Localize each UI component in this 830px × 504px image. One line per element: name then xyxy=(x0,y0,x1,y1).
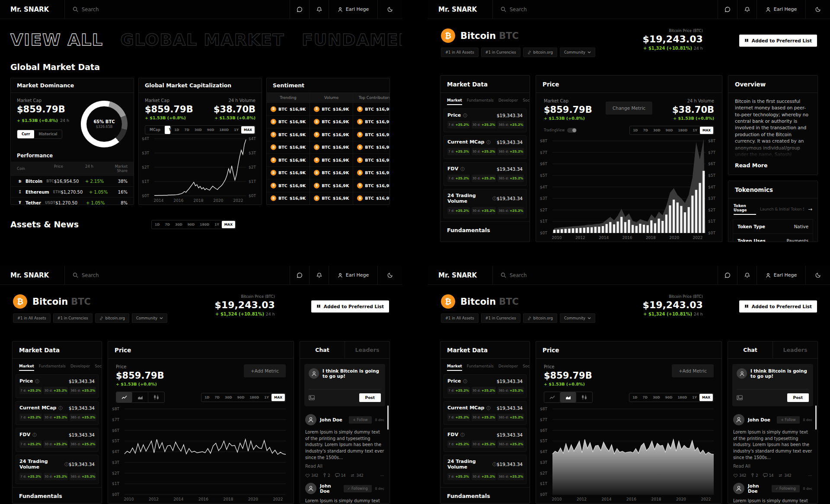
sentiment-row[interactable]: ₿BTC$16,9K xyxy=(310,166,353,179)
info-icon[interactable] xyxy=(460,167,465,171)
app-logo[interactable]: Mr. SNARK xyxy=(428,0,493,19)
range-button[interactable]: 30D xyxy=(172,221,185,228)
search-bar[interactable] xyxy=(493,266,718,284)
read-more-link[interactable]: Read More xyxy=(728,158,817,175)
info-icon[interactable] xyxy=(35,379,39,383)
messages-button[interactable] xyxy=(290,266,309,284)
range-button[interactable]: MAX xyxy=(271,394,285,401)
sentiment-row[interactable]: ₿BTC$16,9K xyxy=(353,141,390,154)
market-data-tab[interactable]: Fundamentals xyxy=(467,98,494,105)
market-data-tab[interactable]: Fundamentals xyxy=(467,364,494,371)
compose-box[interactable]: I think Bitcoin is going to go up! Post xyxy=(732,364,813,406)
toggle-volume[interactable]: Volume xyxy=(165,126,171,134)
tab-launch-token-sales[interactable]: Launch & Initial Token Sales xyxy=(760,207,804,211)
sentiment-row[interactable]: ₿BTC$16,9K xyxy=(310,192,353,205)
range-button[interactable]: 1D xyxy=(172,126,182,134)
range-button[interactable]: 1D xyxy=(152,221,162,228)
search-input[interactable] xyxy=(510,272,648,278)
follow-button[interactable]: + Follow xyxy=(349,416,371,424)
app-logo[interactable]: Mr. SNARK xyxy=(0,0,65,19)
price-line-chart[interactable]: $8T$7T$6T$5T$4T$3T$2T$1T$0T2010201220142… xyxy=(111,406,291,504)
market-data-tab[interactable]: Market xyxy=(447,98,462,105)
read-all-link[interactable]: Read All xyxy=(305,464,384,469)
price-area-chart[interactable]: $8T$7T$6T$5T$4T$3T$2T$1T$0T2010201220142… xyxy=(539,406,719,504)
range-button[interactable]: MAX xyxy=(699,394,713,401)
sentiment-row[interactable]: ₿BTC$16,9K xyxy=(267,102,310,115)
community-dropdown[interactable]: Community xyxy=(132,313,167,323)
range-button[interactable]: 7D xyxy=(212,394,222,401)
sentiment-row[interactable]: ₿BTC$16,9K xyxy=(353,102,390,115)
sentiment-row[interactable]: ₿BTC$16,9K xyxy=(353,166,390,179)
toggle-mcap[interactable]: MCap xyxy=(145,126,165,134)
notifications-button[interactable] xyxy=(737,266,757,284)
search-input[interactable] xyxy=(82,272,220,278)
messages-button[interactable] xyxy=(290,0,309,19)
candle-chart-type-button[interactable] xyxy=(576,392,592,402)
read-all-link[interactable]: Read All xyxy=(733,464,812,469)
price-bar-chart[interactable]: $8T$8T$7T$7T$6T$6T$5T$5T$4T$4T$3T$3T$2T$… xyxy=(539,138,719,242)
sentiment-row[interactable]: ₿BTC$16,9K xyxy=(310,102,353,115)
range-button[interactable]: MAX xyxy=(241,126,255,134)
sentiment-row[interactable]: ₿BTC$16,9K xyxy=(267,192,310,205)
follow-button[interactable]: + Follow xyxy=(777,416,799,424)
range-button[interactable]: 30D xyxy=(651,127,663,134)
user-menu[interactable]: Earl Hege xyxy=(329,0,377,19)
sentiment-row[interactable]: ₿BTC$16,9K xyxy=(267,141,310,154)
sentiment-row[interactable]: ₿BTC$16,9K xyxy=(267,153,310,166)
theme-toggle[interactable] xyxy=(377,0,402,19)
compose-input[interactable]: I think Bitcoin is going to go up! xyxy=(750,368,809,379)
info-icon[interactable] xyxy=(58,406,63,410)
post-button[interactable]: Post xyxy=(787,393,809,402)
info-icon[interactable] xyxy=(463,379,467,383)
notifications-button[interactable] xyxy=(737,0,757,19)
range-button[interactable]: 180D xyxy=(217,126,231,134)
image-attach-icon[interactable] xyxy=(737,395,743,400)
candle-chart-type-button[interactable] xyxy=(148,392,164,402)
tab-chat[interactable]: Chat xyxy=(300,341,345,358)
preferred-list-button[interactable]: Added to Preferred List xyxy=(739,300,817,313)
theme-toggle[interactable] xyxy=(805,266,830,284)
compose-box[interactable]: I think Bitcoin is going to go up! Post xyxy=(304,364,385,406)
search-input[interactable] xyxy=(510,6,648,13)
arrow-right-icon[interactable]: → xyxy=(808,206,812,212)
range-button[interactable]: MAX xyxy=(222,221,235,228)
change-metric-button[interactable]: Change Metric xyxy=(606,102,652,115)
notifications-button[interactable] xyxy=(309,0,329,19)
user-menu[interactable]: Earl Hege xyxy=(757,266,805,284)
tradingview-toggle[interactable]: TradingView xyxy=(544,128,577,133)
search-bar[interactable] xyxy=(65,0,290,19)
range-button[interactable]: 180D xyxy=(675,127,690,134)
follow-button[interactable]: ✓ Following xyxy=(772,485,800,492)
compose-input[interactable]: I think Bitcoin is going to go up! xyxy=(322,368,381,379)
toggle-historical[interactable]: Historical xyxy=(34,130,61,138)
add-metric-button[interactable]: +Add Metric xyxy=(244,364,286,377)
table-row[interactable]: ΞEthereumETH $1,270.50 + 1.05% 16% xyxy=(11,186,134,197)
sentiment-row[interactable]: ₿BTC$16,9K xyxy=(267,128,310,141)
sentiment-row[interactable]: ₿BTC$16,9K xyxy=(353,115,390,128)
post-author[interactable]: John Doe xyxy=(320,417,342,422)
post-button[interactable]: Post xyxy=(359,393,381,402)
range-button[interactable]: 30D xyxy=(650,394,663,401)
market-data-tab[interactable]: Market xyxy=(447,364,462,371)
range-button[interactable]: 180D xyxy=(197,221,212,228)
range-button[interactable]: 7D xyxy=(640,394,650,401)
share-button[interactable]: 342 xyxy=(778,473,791,478)
sentiment-row[interactable]: ₿BTC$16,9K xyxy=(267,115,310,128)
theme-toggle[interactable] xyxy=(805,0,830,19)
comments-button[interactable]: 14 xyxy=(763,473,774,478)
tab-leaders[interactable]: Leaders xyxy=(773,341,817,358)
market-cap-line-chart[interactable]: $4T$4T$3T$3T$2T$2T$1T$1T$0T$0T2014201620… xyxy=(140,136,260,204)
community-dropdown[interactable]: Community xyxy=(560,313,595,323)
range-button[interactable]: 7D xyxy=(163,221,172,228)
range-button[interactable]: 1Y xyxy=(231,126,241,134)
info-icon[interactable] xyxy=(486,140,491,144)
market-data-tab[interactable]: Developer xyxy=(498,364,518,371)
info-icon[interactable] xyxy=(492,196,497,201)
range-button[interactable]: 90D xyxy=(663,394,675,401)
sentiment-row[interactable]: ₿BTC$16,9K xyxy=(310,128,353,141)
app-logo[interactable]: Mr. SNARK xyxy=(428,266,493,284)
theme-toggle[interactable] xyxy=(377,266,402,284)
toggle-curr[interactable]: Curr xyxy=(17,130,34,138)
website-link[interactable]: bitcoin.org xyxy=(95,313,129,323)
range-button[interactable]: 90D xyxy=(663,127,676,134)
